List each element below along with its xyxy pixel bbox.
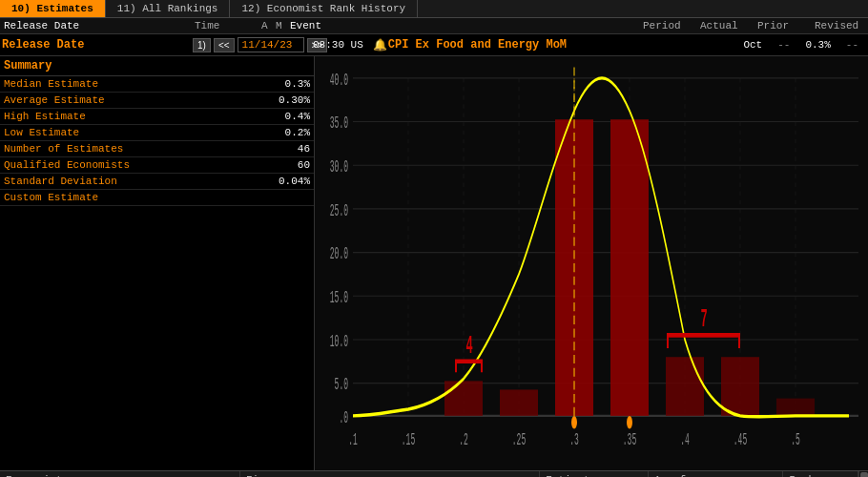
header-actual: Actual bbox=[696, 20, 754, 31]
svg-rect-31 bbox=[666, 357, 704, 416]
svg-text:15.0: 15.0 bbox=[330, 288, 348, 308]
tab-rank-history[interactable]: 12) Economist Rank History bbox=[230, 0, 418, 17]
stat-median-estimate: Median Estimate 0.3% bbox=[0, 76, 314, 93]
revised-value: -- bbox=[838, 39, 866, 51]
event-name: CPI Ex Food and Energy MoM bbox=[388, 38, 736, 52]
stat-num-estimates: Number of Estimates 46 bbox=[0, 141, 314, 157]
column-headers: Release Date Time A M Event Period Actua… bbox=[0, 18, 868, 34]
header-a: A bbox=[258, 20, 272, 31]
chart-area: 40.0 35.0 30.0 25.0 20.0 15.0 10.0 5.0 .… bbox=[315, 56, 868, 470]
svg-rect-27 bbox=[444, 381, 483, 416]
svg-rect-32 bbox=[721, 357, 759, 416]
th-economist: Economist bbox=[0, 471, 239, 477]
th-rank: Rank bbox=[783, 471, 858, 477]
svg-text:35.0: 35.0 bbox=[330, 114, 348, 134]
tab-all-rankings[interactable]: 11) All Rankings bbox=[106, 0, 231, 17]
th-firm: Firm bbox=[239, 471, 539, 477]
svg-point-35 bbox=[571, 416, 577, 429]
stat-average-estimate: Average Estimate 0.30% bbox=[0, 93, 314, 109]
bottom-table-section: Economist Firm Estimate↑ ↑ As of bbox=[0, 470, 868, 477]
svg-text:.3: .3 bbox=[569, 429, 579, 449]
header-revised: Revised bbox=[811, 20, 868, 31]
scrollbar-thumb[interactable] bbox=[860, 472, 868, 477]
stat-qualified-economists: Qualified Economists 60 bbox=[0, 157, 314, 174]
th-estimate: Estimate↑ ↑ bbox=[540, 471, 649, 477]
nav-back-btn[interactable]: << bbox=[214, 38, 235, 52]
summary-header: Summary bbox=[0, 56, 314, 76]
svg-text:7: 7 bbox=[700, 304, 707, 334]
stat-low-estimate: Low Estimate 0.2% bbox=[0, 125, 314, 141]
svg-text:.15: .15 bbox=[402, 429, 415, 449]
scrollbar-track[interactable] bbox=[858, 471, 868, 477]
main-content: Summary Median Estimate 0.3% Average Est… bbox=[0, 56, 868, 470]
release-date-label: Release Date bbox=[2, 38, 193, 52]
th-asof: As of bbox=[648, 471, 782, 477]
histogram-chart: 40.0 35.0 30.0 25.0 20.0 15.0 10.0 5.0 .… bbox=[315, 56, 868, 470]
svg-text:25.0: 25.0 bbox=[330, 200, 348, 220]
left-panel: Summary Median Estimate 0.3% Average Est… bbox=[0, 56, 315, 470]
svg-text:20.0: 20.0 bbox=[330, 244, 348, 264]
svg-rect-30 bbox=[610, 119, 649, 416]
svg-text:10.0: 10.0 bbox=[330, 331, 348, 351]
svg-text:.1: .1 bbox=[348, 429, 358, 449]
svg-text:4: 4 bbox=[465, 330, 472, 360]
actual-value: -- bbox=[770, 39, 797, 51]
svg-text:30.0: 30.0 bbox=[330, 157, 348, 177]
header-event: Event bbox=[286, 20, 639, 31]
svg-rect-33 bbox=[776, 399, 815, 416]
svg-text:.35: .35 bbox=[623, 429, 636, 449]
period-value: Oct bbox=[735, 39, 770, 51]
svg-text:5.0: 5.0 bbox=[335, 375, 348, 395]
tab-bar: 10) Estimates 11) All Rankings 12) Econo… bbox=[0, 0, 868, 18]
time-field: 08:30 US bbox=[307, 39, 369, 51]
tab-estimates[interactable]: 10) Estimates bbox=[0, 0, 106, 17]
header-release-date: Release Date bbox=[0, 20, 191, 31]
table-header-row: Economist Firm Estimate↑ ↑ As of bbox=[0, 471, 858, 477]
svg-text:40.0: 40.0 bbox=[330, 70, 348, 90]
date-input[interactable] bbox=[238, 37, 304, 52]
svg-text:.5: .5 bbox=[791, 429, 800, 449]
stat-high-estimate: High Estimate 0.4% bbox=[0, 109, 314, 125]
svg-point-36 bbox=[627, 416, 632, 429]
svg-text:.0: .0 bbox=[339, 407, 348, 427]
svg-text:.4: .4 bbox=[680, 429, 690, 449]
stat-std-deviation: Standard Deviation 0.04% bbox=[0, 174, 314, 190]
release-date-bar: Release Date 1) << >> 08:30 US 🔔 CPI Ex … bbox=[0, 34, 868, 56]
svg-text:.45: .45 bbox=[734, 429, 747, 449]
header-time: Time bbox=[191, 20, 258, 31]
svg-rect-28 bbox=[500, 389, 538, 415]
header-prior: Prior bbox=[754, 20, 811, 31]
nav-prev-btn[interactable]: 1) bbox=[193, 38, 211, 52]
economists-table: Economist Firm Estimate↑ ↑ As of bbox=[0, 471, 858, 477]
header-period: Period bbox=[639, 20, 696, 31]
header-m: M bbox=[272, 20, 286, 31]
stat-custom-estimate: Custom Estimate bbox=[0, 190, 314, 206]
svg-text:.25: .25 bbox=[512, 429, 526, 449]
svg-text:.2: .2 bbox=[459, 429, 468, 449]
prior-value: 0.3% bbox=[797, 39, 837, 51]
